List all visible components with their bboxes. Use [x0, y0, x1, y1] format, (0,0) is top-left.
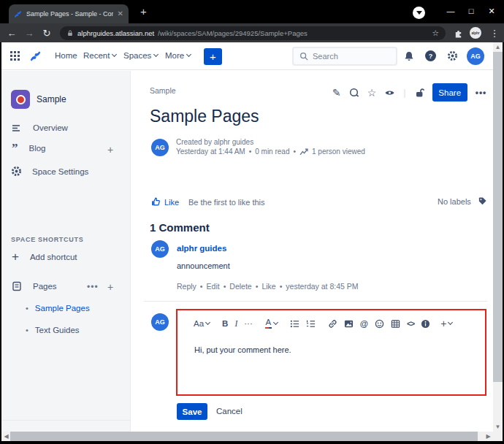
nav-recent[interactable]: Recent — [83, 51, 116, 60]
maximize-button[interactable]: □ — [465, 7, 478, 15]
app-switcher-grid-icon[interactable] — [10, 51, 20, 61]
byline-created[interactable]: Created by alphr guides — [176, 138, 253, 146]
close-button[interactable]: ✕ — [485, 7, 498, 16]
new-tab-button[interactable]: + — [140, 5, 147, 18]
back-button[interactable]: ← — [3, 28, 20, 39]
browser-profile-avatar[interactable]: alphr — [470, 27, 481, 39]
editor-avatar: AG — [151, 313, 169, 331]
space-name[interactable]: Sample — [37, 94, 66, 104]
save-button[interactable]: Save — [177, 403, 207, 420]
search-icon — [299, 52, 308, 61]
address-bar[interactable]: alphrguides.atlassian.net/wiki/spaces/SA… — [60, 26, 446, 40]
help-icon[interactable]: ? — [425, 50, 436, 61]
settings-gear-icon[interactable] — [447, 50, 458, 61]
info-panel-button[interactable] — [421, 319, 430, 329]
notifications-bell-icon[interactable] — [404, 51, 414, 61]
code-button[interactable]: <> — [407, 319, 414, 328]
search-placeholder: Search — [313, 52, 338, 61]
sidebar-divider — [1, 420, 131, 421]
confluence-top-nav: Home Recent Spaces More + Search ? AG — [1, 42, 493, 70]
overview-icon — [12, 123, 22, 133]
more-formatting-button[interactable]: ··· — [244, 319, 253, 328]
share-button[interactable]: Share — [432, 83, 467, 102]
comment-bubble-icon[interactable] — [349, 88, 359, 98]
page-more-icon[interactable]: ••• — [476, 88, 487, 98]
create-button[interactable]: + — [204, 48, 222, 65]
emoji-button[interactable] — [375, 319, 384, 329]
watch-eye-icon[interactable] — [384, 88, 395, 98]
image-button[interactable] — [344, 319, 354, 329]
cancel-button[interactable]: Cancel — [216, 407, 243, 416]
byline-viewed[interactable]: 1 person viewed — [312, 148, 365, 156]
vertical-scrollbar-thumb[interactable] — [493, 52, 503, 382]
sidebar-item-blog[interactable]: ” Blog — [12, 144, 46, 153]
browser-window: Sample Pages - Sample - Confluence ✕ + —… — [0, 0, 504, 444]
content-divider — [144, 301, 487, 302]
nav-home[interactable]: Home — [55, 51, 77, 60]
confluence-logo[interactable] — [29, 50, 42, 62]
comment-avatar[interactable]: AG — [151, 240, 169, 258]
bookmark-star-icon[interactable]: ☆ — [432, 28, 439, 38]
numbered-list-button[interactable] — [306, 319, 316, 329]
media-controls-button[interactable] — [413, 7, 425, 19]
reload-button[interactable]: ↻ — [38, 28, 56, 39]
text-styles-button[interactable]: Aa — [194, 319, 210, 328]
minimize-button[interactable]: — — [444, 7, 457, 15]
labels-area[interactable]: No labels — [438, 196, 487, 206]
comment-delete-link[interactable]: Delete — [229, 282, 251, 291]
text-color-button[interactable]: A — [265, 318, 278, 329]
favorite-star-icon[interactable]: ☆ — [367, 87, 377, 99]
bullet-list-button[interactable] — [290, 319, 299, 329]
breadcrumb[interactable]: Sample — [150, 86, 176, 95]
italic-button[interactable]: I — [234, 319, 237, 328]
add-blog-icon[interactable]: + — [107, 144, 113, 156]
page-title: Sample Pages — [150, 107, 259, 126]
add-shortcut-button[interactable]: + Add shortcut — [12, 252, 77, 262]
comment-like-link[interactable]: Like — [261, 282, 275, 291]
pages-more-icon[interactable]: ••• — [87, 282, 99, 292]
chevron-down-icon — [273, 320, 278, 325]
user-avatar[interactable]: AG — [467, 47, 484, 65]
sidebar-item-overview[interactable]: Overview — [12, 123, 68, 133]
comment-author[interactable]: alphr guides — [177, 244, 226, 253]
horizontal-scrollbar[interactable]: ◀ ▶ — [1, 432, 493, 441]
comment-editor[interactable]: Aa B I ··· A @ <> + Hi, put your comment… — [176, 309, 486, 396]
like-button[interactable]: Like — [151, 197, 179, 207]
vertical-scrollbar[interactable]: ▲ ▼ — [493, 42, 503, 432]
nav-spaces[interactable]: Spaces — [123, 51, 158, 60]
comment-edit-link[interactable]: Edit — [207, 282, 220, 291]
sidebar-item-pages[interactable]: Pages — [12, 281, 57, 291]
bold-button[interactable]: B — [222, 319, 228, 328]
tab-close-icon[interactable]: ✕ — [118, 10, 123, 18]
tree-item-sample-pages[interactable]: • Sample Pages — [26, 304, 90, 313]
browser-menu-icon[interactable]: ⋮ — [486, 28, 503, 39]
extensions-puzzle-icon[interactable] — [454, 28, 463, 38]
comment-reply-link[interactable]: Reply — [177, 282, 196, 291]
separator-dot: • — [280, 282, 283, 291]
insert-more-button[interactable]: + — [440, 318, 452, 329]
add-page-icon[interactable]: + — [107, 281, 113, 293]
divider: | — [403, 87, 405, 98]
comment-actions: Reply • Edit • Delete • Like • yesterday… — [177, 282, 359, 291]
color-swatch — [265, 327, 272, 329]
tree-item-text-guides[interactable]: • Text Guides — [26, 326, 80, 334]
horizontal-scrollbar-thumb[interactable] — [10, 432, 478, 441]
edit-pencil-icon[interactable]: ✎ — [332, 87, 341, 99]
sidebar-item-space-settings[interactable]: Space Settings — [11, 166, 88, 177]
unlock-icon[interactable] — [414, 88, 424, 98]
scroll-right-arrow[interactable]: ▶ — [484, 432, 493, 441]
browser-tab[interactable]: Sample Pages - Sample - Confluence ✕ — [9, 4, 129, 23]
forward-button[interactable]: → — [20, 28, 38, 39]
nav-more[interactable]: More — [165, 51, 191, 60]
link-button[interactable] — [328, 319, 337, 329]
chevron-down-icon — [205, 320, 210, 325]
byline-avatar[interactable]: AG — [151, 139, 169, 156]
scroll-down-arrow[interactable]: ▼ — [493, 422, 503, 432]
title-bar: Sample Pages - Sample - Confluence ✕ + —… — [0, 0, 504, 23]
editor-text[interactable]: Hi, put your comment here. — [177, 329, 485, 354]
table-button[interactable] — [391, 319, 400, 329]
scroll-up-arrow[interactable]: ▲ — [493, 42, 503, 52]
chevron-down-icon — [186, 52, 191, 57]
mention-button[interactable]: @ — [360, 319, 368, 328]
search-input[interactable]: Search — [292, 47, 397, 66]
